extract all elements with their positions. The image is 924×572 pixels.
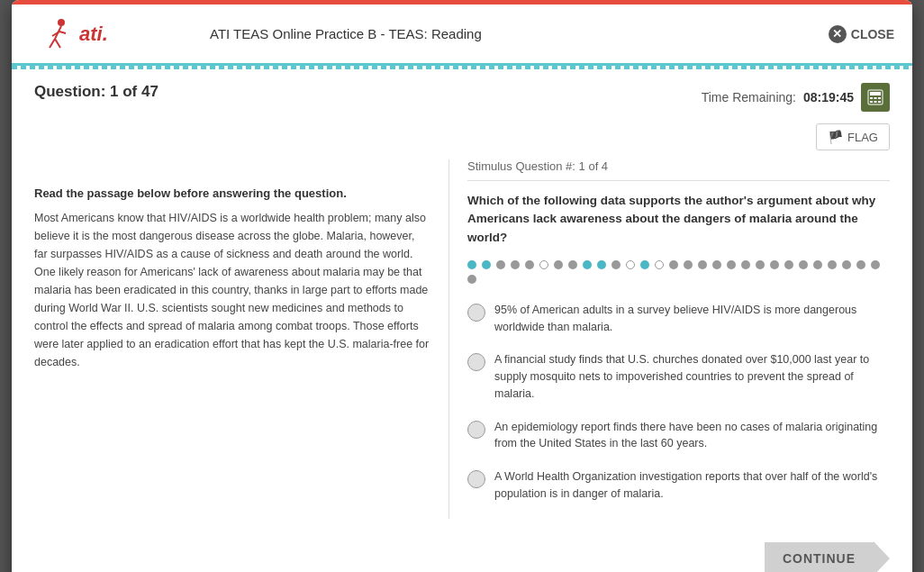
dot-16 (684, 260, 693, 269)
time-flag-area: Time Remaining: 08:19:45 (702, 83, 890, 150)
flag-icon: 🏴 (828, 130, 843, 144)
dot-26 (828, 260, 837, 269)
dot-17 (698, 260, 707, 269)
header: ati. ATI TEAS Online Practice B - TEAS: … (12, 5, 912, 66)
dot-22 (770, 260, 779, 269)
flag-label: FLAG (847, 131, 878, 144)
radio-b[interactable] (467, 353, 485, 371)
time-label: Time Remaining: (702, 90, 796, 104)
right-panel: Stimulus Question #: 1 of 4 Which of the… (448, 159, 890, 519)
close-icon: ✕ (829, 25, 847, 43)
answer-text-b: A financial study finds that U.S. church… (494, 351, 890, 402)
radio-d[interactable] (467, 470, 485, 488)
dot-14 (655, 260, 664, 269)
dot-27 (842, 260, 851, 269)
dot-13 (640, 260, 649, 269)
dot-12 (626, 260, 635, 269)
answer-option-a[interactable]: 95% of American adults in a survey belie… (467, 302, 890, 336)
dots-row (467, 260, 890, 284)
svg-rect-8 (870, 97, 873, 99)
dot-19 (727, 260, 736, 269)
main-window: ati. ATI TEAS Online Practice B - TEAS: … (12, 0, 912, 572)
svg-rect-13 (878, 101, 881, 103)
radio-c[interactable] (467, 421, 485, 439)
logo-area: ati. (30, 14, 210, 54)
question-number: Question: 1 of 47 (34, 83, 159, 101)
dot-10 (597, 260, 606, 269)
time-remaining-area: Time Remaining: 08:19:45 (702, 83, 890, 112)
answer-option-c[interactable]: An epidemiology report finds there have … (467, 419, 890, 453)
svg-line-3 (55, 39, 60, 48)
radio-a[interactable] (467, 304, 485, 322)
svg-line-5 (59, 32, 66, 33)
svg-rect-7 (870, 92, 881, 95)
answer-option-b[interactable]: A financial study finds that U.S. church… (467, 351, 890, 402)
dot-28 (856, 260, 865, 269)
question-header-row: Question: 1 of 47 Time Remaining: 08:19:… (34, 83, 890, 150)
dot-24 (799, 260, 808, 269)
dot-11 (611, 260, 621, 269)
dot-7 (554, 260, 563, 269)
continue-button[interactable]: CONTINUE (765, 541, 890, 573)
time-value: 08:19:45 (803, 90, 854, 104)
dot-1 (467, 260, 476, 269)
passage-text: Most Americans know that HIV/AIDS is a w… (34, 209, 430, 371)
close-label: CLOSE (851, 27, 894, 41)
answer-text-c: An epidemiology report finds there have … (494, 419, 890, 453)
answer-option-d[interactable]: A World Health Organization investigatio… (467, 468, 890, 503)
dot-30 (467, 275, 476, 284)
bottom-bar: CONTINUE (12, 519, 912, 573)
dot-8 (568, 260, 577, 269)
stimulus-header: Stimulus Question #: 1 of 4 (467, 159, 890, 181)
logo-text: ati. (79, 23, 108, 46)
dot-6 (539, 260, 548, 269)
dot-18 (712, 260, 721, 269)
answer-options: 95% of American adults in a survey belie… (467, 302, 890, 503)
dot-23 (784, 260, 793, 269)
dot-21 (756, 260, 765, 269)
close-button[interactable]: ✕ CLOSE (829, 25, 894, 43)
dot-20 (741, 260, 750, 269)
dot-2 (482, 260, 491, 269)
calculator-icon[interactable] (861, 83, 890, 112)
svg-rect-12 (874, 101, 877, 103)
dot-9 (583, 260, 592, 269)
left-panel: Read the passage below before answering … (34, 159, 430, 519)
panels: Read the passage below before answering … (34, 159, 890, 519)
stimulus-question: Which of the following data supports the… (467, 192, 890, 247)
dot-15 (669, 260, 678, 269)
answer-text-d: A World Health Organization investigatio… (494, 468, 890, 503)
answer-text-a: 95% of American adults in a survey belie… (494, 302, 890, 336)
content-wrapper: Question: 1 of 47 Time Remaining: 08:19:… (12, 69, 912, 519)
dot-29 (871, 260, 880, 269)
svg-rect-10 (878, 97, 881, 99)
svg-point-0 (58, 19, 65, 26)
svg-rect-11 (870, 101, 873, 103)
svg-line-2 (50, 39, 55, 48)
dot-25 (813, 260, 822, 269)
svg-rect-9 (874, 97, 877, 99)
dot-3 (496, 260, 505, 269)
passage-instruction: Read the passage below before answering … (34, 186, 430, 200)
continue-arrow-icon (874, 541, 890, 573)
header-title: ATI TEAS Online Practice B - TEAS: Readi… (210, 26, 829, 41)
dot-4 (511, 260, 520, 269)
flag-button[interactable]: 🏴 FLAG (816, 123, 890, 150)
dot-5 (525, 260, 534, 269)
continue-label: CONTINUE (765, 542, 874, 573)
ati-logo-icon (30, 14, 79, 54)
